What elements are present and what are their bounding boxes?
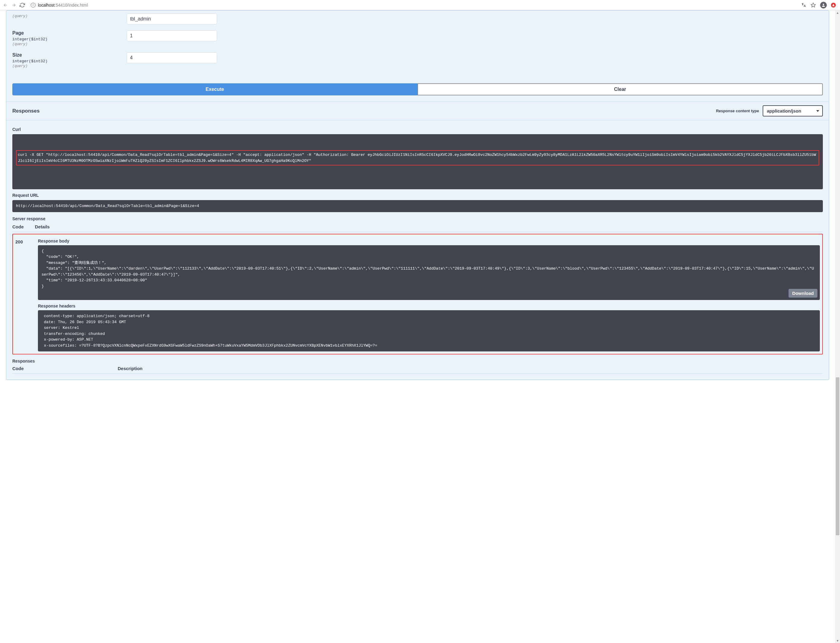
forward-button[interactable] bbox=[11, 2, 17, 8]
param-input-sqlortable[interactable] bbox=[127, 13, 217, 24]
browser-toolbar: i localhost:54410/index.html bbox=[0, 0, 840, 10]
param-input-size[interactable] bbox=[127, 52, 217, 63]
scroll-up-button[interactable]: ▲ bbox=[835, 10, 840, 15]
content-type-label: Response content type bbox=[716, 109, 759, 113]
param-row-page: Page integer($int32) (query) bbox=[12, 28, 823, 49]
param-row-size: Size integer($int32) (query) bbox=[12, 49, 823, 71]
reload-button[interactable] bbox=[19, 2, 25, 8]
col-header-details: Details bbox=[35, 224, 823, 229]
content-type-select[interactable]: application/json bbox=[763, 105, 823, 116]
back-button[interactable] bbox=[2, 2, 8, 8]
param-type: integer($int32) bbox=[12, 37, 127, 41]
server-response-label: Server response bbox=[12, 216, 823, 221]
site-info-icon[interactable]: i bbox=[31, 3, 36, 8]
col-header-code: Code bbox=[12, 224, 35, 229]
response-body-label: Response body bbox=[38, 238, 820, 243]
request-url-block[interactable]: http://localhost:54410/api/Common/Data_R… bbox=[12, 200, 823, 212]
download-button[interactable]: Download bbox=[789, 289, 817, 298]
clear-button[interactable]: Clear bbox=[417, 83, 823, 95]
bookmark-star-icon[interactable] bbox=[811, 2, 816, 8]
param-name: Page bbox=[12, 30, 127, 36]
response-body-block[interactable]: { "code": "OK!", "message": "查询结集成功！", "… bbox=[38, 245, 820, 300]
profile-avatar-icon[interactable] bbox=[820, 2, 827, 8]
curl-highlight-box: curl -X GET "http://localhost:54410/api/… bbox=[16, 150, 819, 165]
param-input-page[interactable] bbox=[127, 30, 217, 41]
scroll-thumb[interactable] bbox=[836, 377, 839, 535]
col-header-description: Description bbox=[118, 366, 823, 371]
vertical-scrollbar[interactable]: ▲ ▼ bbox=[835, 10, 840, 643]
request-url-label: Request URL bbox=[12, 193, 823, 197]
param-in: (query) bbox=[12, 42, 127, 46]
param-in: (query) bbox=[12, 64, 127, 68]
param-in: (query) bbox=[12, 14, 127, 18]
responses-heading: Responses bbox=[12, 108, 40, 114]
response-headers-block[interactable]: content-type: application/json; charset=… bbox=[38, 310, 820, 351]
address-bar[interactable]: i localhost:54410/index.html bbox=[28, 1, 799, 9]
url-text: localhost:54410/index.html bbox=[38, 3, 88, 8]
scroll-down-button[interactable]: ▼ bbox=[835, 638, 840, 643]
responses-second-heading: Responses bbox=[12, 359, 823, 364]
extension-icon[interactable] bbox=[831, 3, 836, 8]
execute-button[interactable]: Execute bbox=[12, 83, 417, 95]
response-200-highlight: 200 Response body { "code": "OK!", "mess… bbox=[12, 234, 823, 355]
response-headers-label: Response headers bbox=[38, 304, 820, 308]
curl-label: Curl bbox=[12, 127, 823, 132]
response-code: 200 bbox=[15, 238, 38, 352]
translate-icon[interactable] bbox=[801, 2, 806, 8]
curl-block[interactable]: curl -X GET "http://localhost:54410/api/… bbox=[12, 134, 823, 189]
svg-marker-0 bbox=[811, 3, 815, 7]
param-name: Size bbox=[12, 52, 127, 58]
response-row-200: 200 Response body { "code": "OK!", "mess… bbox=[15, 236, 820, 352]
svg-point-1 bbox=[823, 3, 824, 5]
col-header-code2: Code bbox=[12, 366, 118, 371]
param-row-sqlortable: (query) bbox=[12, 11, 823, 28]
param-type: integer($int32) bbox=[12, 59, 127, 64]
